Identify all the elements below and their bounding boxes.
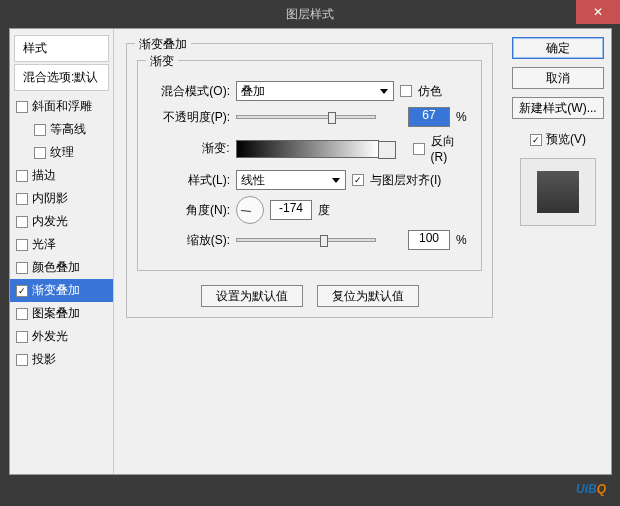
- reverse-label: 反向(R): [431, 133, 471, 164]
- preview-label: 预览(V): [546, 131, 586, 148]
- opacity-unit: %: [456, 110, 467, 124]
- styles-header[interactable]: 样式: [14, 35, 109, 62]
- group-title: 渐变叠加: [135, 36, 191, 53]
- blend-mode-select[interactable]: 叠加: [236, 81, 394, 101]
- style-item-5[interactable]: 内发光: [10, 210, 113, 233]
- preview-checkbox[interactable]: [530, 134, 542, 146]
- style-item-label: 纹理: [50, 144, 74, 161]
- style-select[interactable]: 线性: [236, 170, 346, 190]
- style-checkbox[interactable]: [16, 239, 28, 251]
- style-checkbox[interactable]: [16, 331, 28, 343]
- style-checkbox[interactable]: [16, 308, 28, 320]
- style-checkbox[interactable]: [34, 124, 46, 136]
- scale-unit: %: [456, 233, 467, 247]
- opacity-slider[interactable]: [236, 115, 376, 119]
- align-label: 与图层对齐(I): [370, 172, 441, 189]
- style-item-label: 外发光: [32, 328, 68, 345]
- scale-slider[interactable]: [236, 238, 376, 242]
- action-panel: 确定 取消 新建样式(W)... 预览(V): [505, 29, 611, 474]
- style-item-label: 渐变叠加: [32, 282, 80, 299]
- style-item-9[interactable]: 图案叠加: [10, 302, 113, 325]
- style-checkbox[interactable]: [16, 216, 28, 228]
- align-checkbox[interactable]: [352, 174, 364, 186]
- reverse-checkbox[interactable]: [413, 143, 425, 155]
- gradient-picker[interactable]: [236, 140, 379, 158]
- preview-swatch: [537, 171, 579, 213]
- style-item-10[interactable]: 外发光: [10, 325, 113, 348]
- make-default-button[interactable]: 设置为默认值: [201, 285, 303, 307]
- ok-button[interactable]: 确定: [512, 37, 604, 59]
- style-checkbox[interactable]: [16, 170, 28, 182]
- style-item-4[interactable]: 内阴影: [10, 187, 113, 210]
- gradient-label: 渐变:: [148, 140, 230, 157]
- style-item-label: 内发光: [32, 213, 68, 230]
- style-item-8[interactable]: 渐变叠加: [10, 279, 113, 302]
- style-item-label: 内阴影: [32, 190, 68, 207]
- opacity-input[interactable]: 67: [408, 107, 450, 127]
- chevron-down-icon: [384, 146, 392, 151]
- settings-panel: 渐变叠加 渐变 混合模式(O): 叠加 仿色 不透明度(P): 67 %: [114, 29, 505, 474]
- style-item-label: 等高线: [50, 121, 86, 138]
- close-button[interactable]: ✕: [576, 0, 620, 24]
- style-checkbox[interactable]: [16, 262, 28, 274]
- subgroup-title: 渐变: [146, 53, 178, 70]
- watermark: UiBQ: [576, 477, 606, 498]
- style-item-label: 投影: [32, 351, 56, 368]
- dither-label: 仿色: [418, 83, 442, 100]
- blend-mode-label: 混合模式(O):: [148, 83, 230, 100]
- styles-list-panel: 样式 混合选项:默认 斜面和浮雕等高线纹理描边内阴影内发光光泽颜色叠加渐变叠加图…: [10, 29, 114, 474]
- blend-options-item[interactable]: 混合选项:默认: [14, 64, 109, 91]
- style-item-1[interactable]: 等高线: [10, 118, 113, 141]
- window-title: 图层样式: [286, 6, 334, 23]
- gradient-overlay-group: 渐变叠加 渐变 混合模式(O): 叠加 仿色 不透明度(P): 67 %: [126, 43, 493, 318]
- style-item-3[interactable]: 描边: [10, 164, 113, 187]
- style-checkbox[interactable]: [16, 193, 28, 205]
- dither-checkbox[interactable]: [400, 85, 412, 97]
- style-item-label: 颜色叠加: [32, 259, 80, 276]
- titlebar: 图层样式 ✕: [0, 0, 620, 28]
- style-checkbox[interactable]: [16, 285, 28, 297]
- style-item-2[interactable]: 纹理: [10, 141, 113, 164]
- opacity-label: 不透明度(P):: [148, 109, 230, 126]
- angle-dial[interactable]: [236, 196, 264, 224]
- style-checkbox[interactable]: [34, 147, 46, 159]
- scale-input[interactable]: 100: [408, 230, 450, 250]
- close-icon: ✕: [593, 5, 603, 19]
- preview-box: [520, 158, 596, 226]
- scale-label: 缩放(S):: [148, 232, 230, 249]
- angle-unit: 度: [318, 202, 330, 219]
- style-item-label: 描边: [32, 167, 56, 184]
- gradient-subgroup: 渐变 混合模式(O): 叠加 仿色 不透明度(P): 67 % 渐变:: [137, 60, 482, 271]
- angle-input[interactable]: -174: [270, 200, 312, 220]
- style-item-label: 斜面和浮雕: [32, 98, 92, 115]
- style-item-label: 图案叠加: [32, 305, 80, 322]
- new-style-button[interactable]: 新建样式(W)...: [512, 97, 604, 119]
- reset-default-button[interactable]: 复位为默认值: [317, 285, 419, 307]
- style-item-7[interactable]: 颜色叠加: [10, 256, 113, 279]
- style-label: 样式(L):: [148, 172, 230, 189]
- angle-label: 角度(N):: [148, 202, 230, 219]
- style-item-11[interactable]: 投影: [10, 348, 113, 371]
- style-item-6[interactable]: 光泽: [10, 233, 113, 256]
- dialog: 样式 混合选项:默认 斜面和浮雕等高线纹理描边内阴影内发光光泽颜色叠加渐变叠加图…: [9, 28, 612, 475]
- style-item-0[interactable]: 斜面和浮雕: [10, 95, 113, 118]
- cancel-button[interactable]: 取消: [512, 67, 604, 89]
- style-checkbox[interactable]: [16, 101, 28, 113]
- style-item-label: 光泽: [32, 236, 56, 253]
- style-checkbox[interactable]: [16, 354, 28, 366]
